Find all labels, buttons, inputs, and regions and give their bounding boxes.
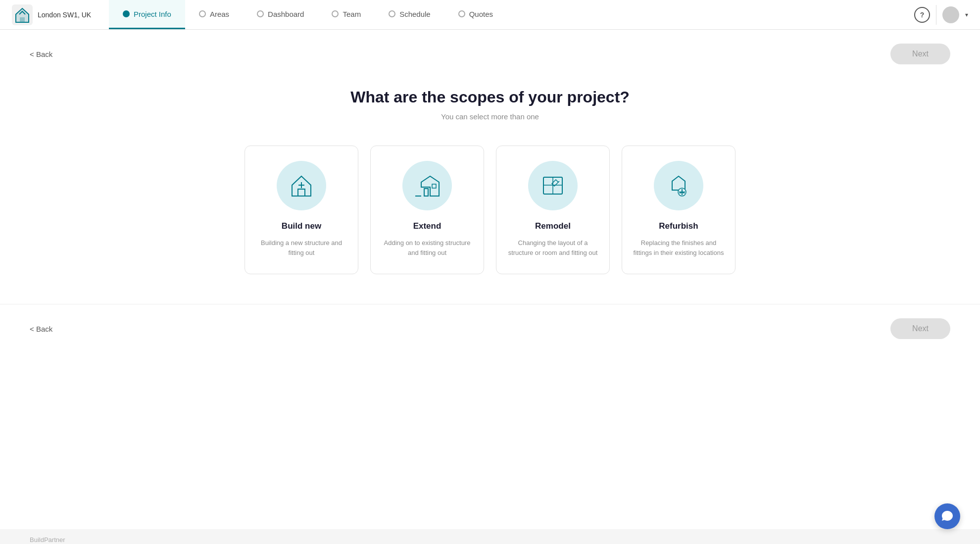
scope-cards-row: Build new Building a new structure and f… xyxy=(0,146,980,274)
tab-areas[interactable]: Areas xyxy=(185,0,243,29)
build-new-icon xyxy=(288,172,315,199)
next-button-bottom[interactable]: Next xyxy=(890,318,950,339)
nav-tabs: Project Info Areas Dashboard Team Schedu… xyxy=(109,0,507,29)
chat-button[interactable] xyxy=(934,503,960,529)
main-content: < Back Next What are the scopes of your … xyxy=(0,30,980,529)
card-desc-extend: Adding on to existing structure and fitt… xyxy=(381,238,474,257)
tab-quotes-label: Quotes xyxy=(469,10,493,18)
card-title-extend: Extend xyxy=(413,221,441,231)
top-bar: < Back Next xyxy=(0,30,980,78)
tab-circle-dashboard xyxy=(257,10,264,17)
footer: BuildPartner xyxy=(0,529,980,544)
tab-project-info[interactable]: Project Info xyxy=(109,0,185,29)
help-button[interactable]: ? xyxy=(914,7,930,23)
page-title: What are the scopes of your project? xyxy=(0,88,980,106)
tab-quotes[interactable]: Quotes xyxy=(444,0,507,29)
header-divider xyxy=(936,5,936,25)
logo-area: London SW1, UK xyxy=(0,4,109,25)
tab-schedule-label: Schedule xyxy=(399,10,431,18)
scope-card-build-new[interactable]: Build new Building a new structure and f… xyxy=(245,146,358,274)
tab-circle-quotes xyxy=(458,10,465,17)
tab-team-label: Team xyxy=(343,10,361,18)
card-title-refurbish: Refurbish xyxy=(659,221,698,231)
remodel-icon xyxy=(539,172,566,199)
back-button-top[interactable]: < Back xyxy=(30,50,52,58)
card-icon-extend xyxy=(402,161,452,210)
tab-team[interactable]: Team xyxy=(318,0,375,29)
card-desc-build-new: Building a new structure and fitting out xyxy=(255,238,348,257)
footer-brand: BuildPartner xyxy=(30,536,65,544)
avatar xyxy=(942,6,959,23)
card-desc-remodel: Changing the layout of a structure or ro… xyxy=(506,238,599,257)
tab-dashboard[interactable]: Dashboard xyxy=(243,0,318,29)
card-icon-build-new xyxy=(277,161,326,210)
header-right: ? ▾ xyxy=(914,5,980,25)
card-icon-remodel xyxy=(528,161,578,210)
chat-icon xyxy=(941,510,954,523)
tab-circle-project-info xyxy=(123,10,130,17)
tab-schedule[interactable]: Schedule xyxy=(375,0,444,29)
logo-location-text: London SW1, UK xyxy=(38,11,91,19)
svg-rect-1 xyxy=(20,17,25,22)
scope-card-extend[interactable]: Extend Adding on to existing structure a… xyxy=(370,146,484,274)
scope-card-refurbish[interactable]: Refurbish Replacing the finishes and fit… xyxy=(622,146,735,274)
page-subtitle: You can select more than one xyxy=(0,112,980,121)
svg-rect-5 xyxy=(432,184,436,188)
extend-icon xyxy=(411,172,443,199)
tab-project-info-label: Project Info xyxy=(134,10,171,18)
tab-circle-team xyxy=(332,10,339,17)
back-button-bottom[interactable]: < Back xyxy=(30,325,52,333)
chevron-down-icon[interactable]: ▾ xyxy=(965,11,968,18)
tab-circle-areas xyxy=(199,10,206,17)
tab-areas-label: Areas xyxy=(210,10,229,18)
card-title-remodel: Remodel xyxy=(535,221,571,231)
scope-card-remodel[interactable]: Remodel Changing the layout of a structu… xyxy=(496,146,610,274)
main-header: London SW1, UK Project Info Areas Dashbo… xyxy=(0,0,980,30)
card-title-build-new: Build new xyxy=(282,221,321,231)
tab-circle-schedule xyxy=(389,10,395,17)
next-button-top[interactable]: Next xyxy=(890,44,950,64)
bottom-bar: < Back Next xyxy=(0,304,980,353)
logo-icon xyxy=(12,4,33,25)
refurbish-icon xyxy=(665,172,692,199)
card-icon-refurbish xyxy=(654,161,703,210)
page-title-section: What are the scopes of your project? You… xyxy=(0,88,980,121)
card-desc-refurbish: Replacing the finishes and fittings in t… xyxy=(632,238,725,257)
svg-rect-4 xyxy=(424,189,428,196)
tab-dashboard-label: Dashboard xyxy=(268,10,304,18)
